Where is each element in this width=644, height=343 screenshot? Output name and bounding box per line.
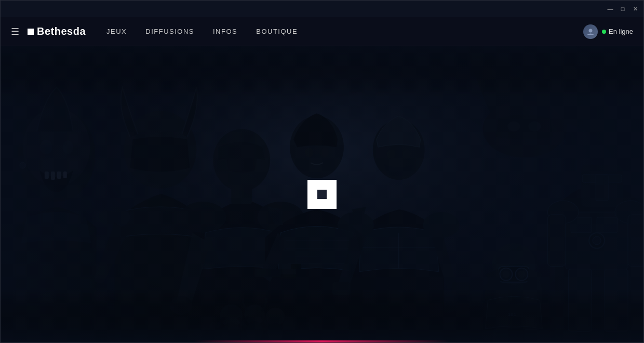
user-area: En ligne	[583, 24, 633, 39]
user-avatar[interactable]	[583, 24, 598, 39]
bottom-accent-line	[1, 340, 643, 342]
svg-rect-74	[1, 46, 643, 98]
title-bar: — □ ✕	[1, 1, 643, 17]
close-button[interactable]: ✕	[631, 5, 639, 13]
svg-rect-75	[1, 291, 643, 342]
online-status: En ligne	[602, 28, 633, 35]
nav-jeux[interactable]: JEUX	[106, 28, 127, 35]
maximize-button[interactable]: □	[619, 5, 627, 13]
logo-square-icon	[28, 29, 34, 35]
minimize-button[interactable]: —	[606, 5, 614, 13]
stop-square-icon	[317, 190, 327, 199]
logo-text: Bethesda	[37, 25, 86, 37]
nav-infos[interactable]: INFOS	[213, 28, 237, 35]
online-label: En ligne	[609, 28, 633, 35]
navbar: ☰ Bethesda JEUX DIFFUSIONS INFOS BOUTIQU…	[1, 17, 643, 46]
online-dot-icon	[602, 30, 606, 34]
app-window: — □ ✕ ☰ Bethesda JEUX DIFFUSIONS INFOS B…	[0, 0, 644, 343]
nav-boutique[interactable]: BOUTIQUE	[256, 28, 298, 35]
hero-section: 101	[1, 46, 643, 342]
nav-diffusions[interactable]: DIFFUSIONS	[145, 28, 194, 35]
center-play-icon[interactable]	[307, 180, 337, 209]
window-controls: — □ ✕	[606, 5, 639, 13]
svg-point-0	[589, 29, 593, 32]
logo-area: Bethesda	[28, 25, 86, 37]
hamburger-menu-icon[interactable]: ☰	[11, 26, 19, 37]
nav-links: JEUX DIFFUSIONS INFOS BOUTIQUE	[106, 28, 583, 35]
